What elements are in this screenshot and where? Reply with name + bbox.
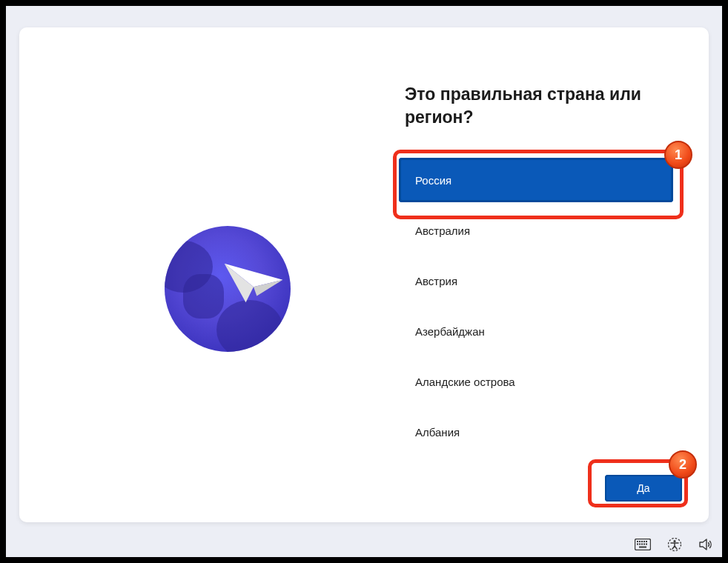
svg-rect-8 [646,541,647,542]
country-label: Австрия [415,275,457,287]
svg-rect-10 [639,544,641,545]
country-item-russia[interactable]: Россия [399,158,673,202]
keyboard-icon[interactable] [633,537,652,552]
yes-button[interactable]: Да [605,475,682,502]
system-tray [633,536,715,553]
accessibility-icon[interactable] [666,536,684,553]
svg-rect-13 [646,544,647,545]
globe-illustration [165,226,291,352]
page-title: Это правильная страна или регион? [405,83,686,129]
svg-rect-7 [643,541,645,542]
country-list: Россия Австралия Австрия Азербайджан Ала… [399,158,673,460]
svg-rect-9 [637,544,638,545]
paper-plane-icon [220,257,287,309]
country-item-azerbaijan[interactable]: Азербайджан [399,309,673,353]
svg-rect-6 [641,541,643,542]
country-label: Аландские острова [415,376,515,388]
svg-rect-11 [641,544,643,545]
svg-rect-14 [639,547,646,548]
country-label: Россия [415,174,451,187]
country-item-australia[interactable]: Австралия [399,208,673,253]
country-item-albania[interactable]: Албания [399,410,673,454]
setup-card: Это правильная страна или регион? Россия… [19,27,709,522]
country-label: Албания [415,426,460,439]
svg-rect-5 [639,541,641,542]
svg-rect-4 [637,541,638,542]
country-item-austria[interactable]: Австрия [399,259,673,303]
svg-rect-12 [643,544,645,545]
svg-point-16 [673,540,675,542]
sound-icon[interactable] [697,536,715,553]
country-item-aland[interactable]: Аландские острова [399,359,673,404]
country-label: Австралия [415,224,470,237]
country-label: Азербайджан [415,325,485,338]
